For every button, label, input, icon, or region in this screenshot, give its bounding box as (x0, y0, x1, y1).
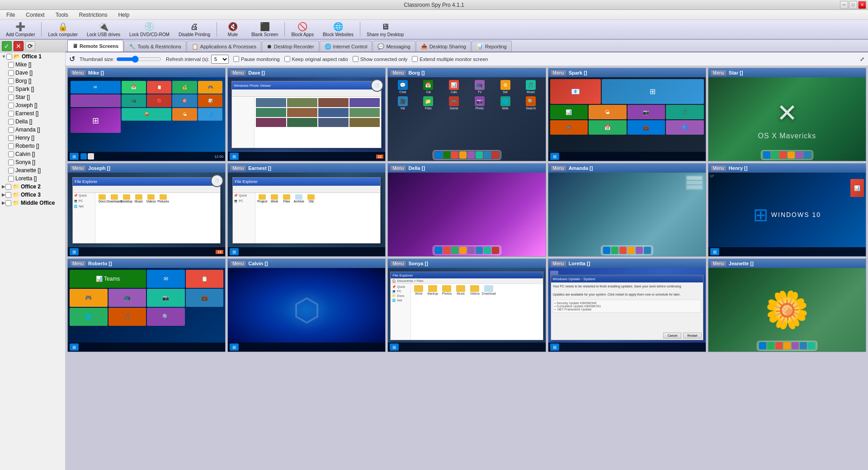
keep-aspect-checkbox[interactable] (284, 56, 290, 62)
disable-printing-button[interactable]: 🖨 Disable Printing (175, 21, 214, 38)
screen-calvin-menu[interactable]: Menu (230, 260, 246, 267)
sonya-checkbox[interactable] (8, 160, 14, 165)
minimize-button[interactable]: ─ (840, 1, 848, 9)
della-dock-1 (435, 247, 442, 254)
tree-item-earnest[interactable]: Earnest [] (6, 109, 65, 118)
tab-internet-control[interactable]: 🌐 Internet Control (320, 41, 373, 52)
refresh-arrow[interactable]: ↺ (69, 55, 75, 63)
lock-usb-button[interactable]: 🔌 Lock USB drives (83, 21, 124, 38)
tree-item-jeanette[interactable]: Jeanette [] (6, 166, 65, 174)
screen-jeanette-menu[interactable]: Menu (710, 260, 727, 267)
thumbnail-size-slider[interactable] (116, 56, 161, 63)
tree-group-office2[interactable]: ▶ 📁 Office 2 (0, 183, 65, 191)
group-office1-checkbox[interactable] (6, 54, 12, 60)
screen-loretta-menu[interactable]: Menu (550, 260, 567, 267)
screen-spark-menu[interactable]: Menu (550, 70, 567, 76)
loretta-restart-btn[interactable]: Restart (683, 333, 702, 338)
tree-item-roberto[interactable]: Roberto [] (6, 142, 65, 150)
screen-della-menu[interactable]: Menu (390, 165, 406, 172)
calvin-checkbox[interactable] (8, 151, 14, 157)
group-middle-checkbox[interactable] (5, 200, 11, 206)
group-office3-checkbox[interactable] (5, 192, 11, 198)
loretta-checkbox[interactable] (8, 176, 14, 182)
screen-star-menu[interactable]: Menu (710, 70, 727, 76)
tab-reporting[interactable]: 📊 Reporting (472, 41, 512, 52)
remote-screens-icon: 🖥 (72, 43, 78, 49)
block-apps-button[interactable]: 🚫 Block Apps (287, 21, 317, 38)
pause-monitoring-checkbox[interactable] (233, 56, 239, 62)
menu-file[interactable]: File (4, 11, 18, 19)
screen-dave-menu[interactable]: Menu (230, 70, 246, 76)
star-checkbox[interactable] (8, 94, 14, 100)
amanda-checkbox[interactable] (8, 127, 14, 133)
roberto-checkbox[interactable] (8, 143, 14, 149)
office3-label: Office 3 (21, 192, 41, 198)
maximize-button[interactable]: □ (849, 1, 857, 9)
group-office2-checkbox[interactable] (5, 184, 11, 190)
add-computer-button[interactable]: ➕ Add Computer (2, 21, 39, 38)
sidebar-x-btn[interactable]: ✕ (14, 41, 24, 51)
tree-item-calvin[interactable]: Calvin [] (6, 150, 65, 158)
tab-applications[interactable]: 📋 Applications & Processes (187, 41, 261, 52)
menu-context[interactable]: Context (23, 11, 47, 19)
screen-joseph-menu[interactable]: Menu (70, 165, 86, 172)
borg-checkbox[interactable] (8, 78, 14, 84)
office1-children: Mike [] Dave [] Borg [] Spark [] Star []… (0, 61, 65, 183)
tree-group-office3[interactable]: ▶ 📁 Office 3 (0, 191, 65, 199)
sidebar-refresh-btn[interactable]: ⟳ (25, 41, 35, 51)
tree-item-mike[interactable]: Mike [] (6, 61, 65, 69)
tree-item-amanda[interactable]: Amanda [] (6, 126, 65, 134)
extend-monitor-checkbox[interactable] (412, 56, 418, 62)
tab-desktop-recorder[interactable]: ⏺ Desktop Recorder (262, 41, 319, 52)
menu-restrictions[interactable]: Restrictions (76, 11, 110, 19)
tree-item-henry[interactable]: Henry [] (6, 134, 65, 142)
jeanette-checkbox[interactable] (8, 168, 14, 174)
lock-dvd-button[interactable]: 💿 Lock DVD/CD-ROM (125, 21, 174, 38)
tree-item-loretta[interactable]: Loretta [] (6, 174, 65, 183)
tree-item-sonya[interactable]: Sonya [] (6, 158, 65, 166)
menu-help[interactable]: Help (115, 11, 132, 19)
dave-checkbox[interactable] (8, 70, 14, 76)
close-button[interactable]: ✕ (858, 1, 866, 9)
mute-button[interactable]: 🔇 Mute (219, 21, 246, 38)
screen-sonya-desktop: File Explorer 🏠 Documents > Files 📌 Quic… (388, 268, 545, 352)
sidebar-check-btn[interactable]: ✓ (2, 41, 12, 51)
tree-item-della[interactable]: Della [] (6, 118, 65, 126)
block-websites-button[interactable]: 🌐 Block Websites (319, 21, 358, 38)
share-desktop-button[interactable]: 🖥 Share my Desktop (363, 21, 408, 38)
tree-item-spark[interactable]: Spark [] (6, 85, 65, 93)
tree-item-joseph[interactable]: Joseph [] (6, 101, 65, 109)
window-controls[interactable]: ─ □ ✕ (840, 1, 866, 9)
tree-item-borg[interactable]: Borg [] (6, 77, 65, 85)
blank-screen-button[interactable]: ⬛ Blank Screen (247, 21, 282, 38)
tab-remote-screens[interactable]: 🖥 Remote Screens (67, 40, 123, 52)
tree-group-middle[interactable]: ▶ 📁 Middle Office (0, 199, 65, 207)
spark-checkbox[interactable] (8, 86, 14, 92)
show-connected-checkbox[interactable] (353, 56, 359, 62)
tab-desktop-sharing[interactable]: 📤 Desktop Sharing (416, 41, 471, 52)
tab-tools-restrictions[interactable]: 🔧 Tools & Restrictions (124, 41, 186, 52)
star-osx-icon: ✕ (777, 99, 797, 127)
henry-checkbox[interactable] (8, 135, 14, 141)
screen-mike-menu[interactable]: Menu (70, 70, 86, 76)
tree-group-office1[interactable]: ▼ 📂 Office 1 (0, 52, 65, 61)
loretta-cancel-btn[interactable]: Cancel (663, 333, 681, 338)
lock-computer-button[interactable]: 🔒 Lock computer (44, 21, 82, 38)
screen-sonya-menu[interactable]: Menu (390, 260, 406, 267)
mike-checkbox[interactable] (8, 62, 14, 68)
della-checkbox[interactable] (8, 119, 14, 125)
screen-earnest-menu[interactable]: Menu (230, 165, 246, 172)
screen-roberto-menu[interactable]: Menu (70, 260, 86, 267)
screen-borg-menu[interactable]: Menu (390, 70, 406, 76)
tree-item-star[interactable]: Star [] (6, 93, 65, 101)
earnest-checkbox[interactable] (8, 111, 14, 117)
expand-icon[interactable]: ⤢ (860, 56, 864, 62)
star-dock-1 (763, 151, 770, 159)
refresh-interval-select[interactable]: 5 10 30 (211, 55, 229, 64)
tab-messaging[interactable]: 💬 Messaging (373, 41, 415, 52)
screen-henry-menu[interactable]: Menu (710, 165, 727, 172)
tree-item-dave[interactable]: Dave [] (6, 69, 65, 77)
menu-tools[interactable]: Tools (53, 11, 71, 19)
joseph-checkbox[interactable] (8, 103, 14, 108)
screen-amanda-menu[interactable]: Menu (550, 165, 567, 172)
